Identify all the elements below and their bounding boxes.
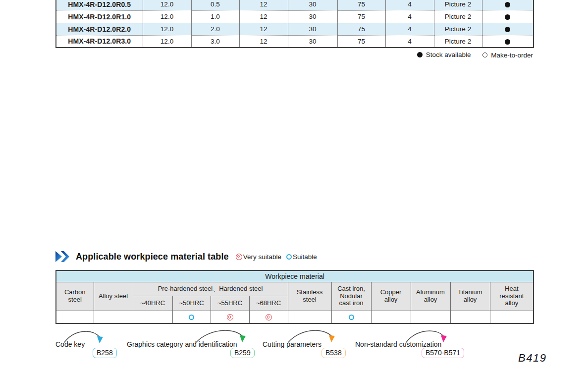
- curved-arrow-icon: [194, 327, 250, 345]
- dim-cell: 12.0: [143, 23, 191, 35]
- suitable-legend: Suitable: [286, 253, 317, 261]
- col-55hrc: ~55HRC: [211, 296, 249, 311]
- product-table-region: HMX-4R-D12.0R0.5 12.0 0.5 12 30 75 4 Pic…: [55, 0, 534, 49]
- rating-cell: [211, 311, 249, 323]
- dim-cell: 75: [337, 10, 385, 23]
- table-row: HMX-4R-D12.0R2.0 12.0 2.0 12 30 75 4 Pic…: [56, 23, 534, 35]
- dim-cell: 12: [239, 23, 288, 35]
- rating-cell: [288, 311, 331, 323]
- stock-legend: Stock available Make-to-order: [55, 51, 533, 59]
- dim-cell: 30: [288, 35, 337, 48]
- rating-icon: [266, 314, 272, 320]
- dim-cell: 75: [337, 35, 385, 48]
- model-cell: HMX-4R-D12.0R3.0: [56, 35, 143, 48]
- col-alloy-steel: Alloy steel: [94, 282, 133, 311]
- dim-cell: 30: [288, 10, 337, 23]
- very-suitable-label: Very suitable: [243, 253, 281, 261]
- dim-cell: 75: [337, 0, 385, 10]
- suitability-legend: Very suitable Suitable: [236, 253, 322, 261]
- header-row: Carbon steel Alloy steel Pre-hardened st…: [56, 282, 534, 296]
- open-circle-icon: [482, 53, 487, 57]
- dim-cell: 30: [288, 23, 337, 35]
- filled-circle-icon: [417, 52, 423, 57]
- col-copper-alloy: Copper alloy: [371, 282, 411, 311]
- dim-cell: 75: [337, 23, 385, 35]
- workpiece-material-table: Workpiece material Carbon steel Alloy st…: [55, 270, 534, 324]
- rating-icon: [349, 315, 354, 320]
- dim-cell: 12: [239, 0, 288, 10]
- section-title: Applicable workpiece material table: [76, 252, 229, 262]
- make-to-order-legend: Make-to-order: [482, 52, 533, 59]
- dim-cell: 12.0: [143, 0, 191, 10]
- col-50hrc: ~50HRC: [172, 296, 211, 311]
- workpiece-material-title: Workpiece material: [56, 270, 534, 282]
- dim-cell: 2.0: [191, 23, 239, 35]
- stock-cell: [482, 23, 534, 35]
- picture-cell: Picture 2: [434, 10, 482, 23]
- dim-cell: 4: [385, 23, 434, 35]
- make-to-order-label: Make-to-order: [491, 52, 533, 59]
- curved-arrow-icon: [62, 327, 108, 345]
- product-table: HMX-4R-D12.0R0.5 12.0 0.5 12 30 75 4 Pic…: [55, 0, 534, 48]
- rating-cell: [490, 311, 534, 323]
- stock-available-icon: [505, 2, 510, 7]
- table-row: HMX-4R-D12.0R3.0 12.0 3.0 12 30 75 4 Pic…: [56, 35, 534, 48]
- dim-cell: 4: [385, 35, 434, 48]
- rating-cell: [56, 311, 94, 323]
- model-cell: HMX-4R-D12.0R1.0: [56, 10, 143, 23]
- rating-cell: [331, 311, 371, 323]
- picture-cell: Picture 2: [434, 0, 482, 10]
- picture-cell: Picture 2: [434, 23, 482, 35]
- table-row: HMX-4R-D12.0R1.0 12.0 1.0 12 30 75 4 Pic…: [56, 10, 534, 23]
- curved-arrow-icon: [286, 327, 339, 345]
- suitable-label: Suitable: [293, 253, 317, 261]
- very-suitable-legend: Very suitable: [236, 253, 281, 261]
- dim-cell: 12.0: [143, 35, 191, 48]
- stock-available-icon: [505, 14, 510, 20]
- rating-cell: [133, 311, 172, 323]
- picture-cell: Picture 2: [434, 35, 482, 48]
- page-ref-badge: B258: [93, 348, 117, 358]
- very-suitable-icon: [236, 254, 242, 260]
- dim-cell: 4: [385, 0, 434, 10]
- col-aluminum-alloy: Aluminum alloy: [411, 282, 450, 311]
- stock-available-icon: [505, 39, 510, 45]
- suitable-icon: [286, 254, 292, 260]
- stock-available-label: Stock available: [426, 51, 471, 58]
- dim-cell: 3.0: [191, 35, 239, 48]
- catalog-page: HMX-4R-D12.0R0.5 12.0 0.5 12 30 75 4 Pic…: [0, 0, 588, 373]
- col-stainless-steel: Stainless steel: [288, 282, 331, 311]
- table-title-row: Workpiece material: [56, 270, 534, 282]
- dim-cell: 0.5: [191, 0, 239, 10]
- table-row: HMX-4R-D12.0R0.5 12.0 0.5 12 30 75 4 Pic…: [56, 0, 534, 10]
- stock-cell: [482, 35, 534, 48]
- section-heading: Applicable workpiece material table Very…: [55, 251, 322, 263]
- rating-cell: [411, 311, 450, 323]
- col-carbon-steel: Carbon steel: [56, 282, 94, 311]
- dim-cell: 12: [239, 10, 288, 23]
- rating-icon: [189, 315, 194, 320]
- col-titanium-alloy: Titanium alloy: [450, 282, 490, 311]
- col-heat-resistant-alloy: Heat resistant alloy: [490, 282, 534, 311]
- ratings-row: [56, 311, 534, 323]
- rating-cell: [94, 311, 133, 323]
- page-ref-badge: B570-B571: [422, 348, 464, 358]
- col-68hrc: ~68HRC: [249, 296, 288, 311]
- model-cell: HMX-4R-D12.0R0.5: [56, 0, 143, 10]
- stock-cell: [482, 10, 534, 23]
- col-prehardened-group: Pre-hardened steel、Hardened steel: [133, 282, 288, 296]
- rating-cell: [371, 311, 411, 323]
- double-chevron-icon: [55, 251, 70, 263]
- col-cast-iron: Cast iron, Nodular cast iron: [331, 282, 371, 311]
- dim-cell: 4: [385, 10, 434, 23]
- dim-cell: 12.0: [143, 10, 191, 23]
- model-cell: HMX-4R-D12.0R2.0: [56, 23, 143, 35]
- dim-cell: 12: [239, 35, 288, 48]
- rating-cell: [172, 311, 211, 323]
- curved-arrow-icon: [404, 327, 451, 345]
- stock-available-icon: [505, 27, 510, 32]
- col-40hrc: ~40HRC: [133, 296, 172, 311]
- rating-icon: [227, 314, 233, 320]
- dim-cell: 1.0: [191, 10, 239, 23]
- rating-cell: [249, 311, 288, 323]
